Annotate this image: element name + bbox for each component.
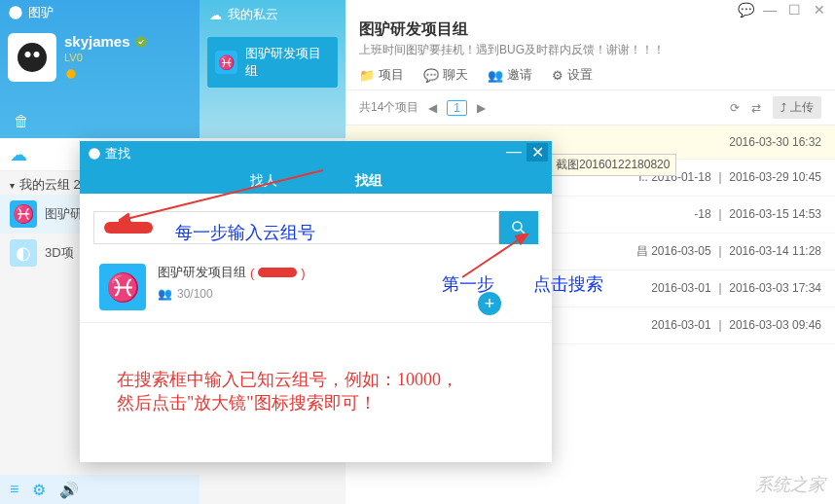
watermark: 系统之家 xyxy=(755,473,825,496)
pager-prev[interactable]: ◀ xyxy=(428,101,437,115)
trash-icon[interactable]: 🗑 xyxy=(14,113,29,130)
dialog-minimize[interactable]: — xyxy=(503,143,525,162)
page-subtitle: 上班时间图驴要挂机！遇到BUG及时群内反馈！谢谢！！！ xyxy=(345,40,835,60)
tab-project[interactable]: 📁 项目 xyxy=(359,66,404,84)
search-icon xyxy=(510,219,527,236)
upload-button[interactable]: ⤴ 上传 xyxy=(773,96,821,119)
app-name: 图驴 xyxy=(28,4,54,21)
svg-point-7 xyxy=(513,222,522,231)
private-cloud-item[interactable]: ♓ 图驴研发项目组 xyxy=(207,37,338,88)
close-icon[interactable]: ✕ xyxy=(814,2,827,18)
chat-icon[interactable]: 💬 xyxy=(738,2,751,18)
app-logo-icon xyxy=(88,147,101,161)
svg-point-3 xyxy=(34,52,40,57)
medal-icon xyxy=(64,67,78,81)
group-icon: ◐ xyxy=(10,239,37,267)
page-title: 图驴研发项目组 xyxy=(345,19,835,40)
private-cloud-header: ☁ 我的私云 xyxy=(200,0,345,29)
svg-point-2 xyxy=(25,52,31,57)
expand-icon: ▾ xyxy=(10,180,15,191)
avatar[interactable] xyxy=(8,33,56,82)
group-icon: ♓ xyxy=(10,200,37,228)
result-name: 图驴研发项目组 () xyxy=(158,264,306,281)
window-controls: 💬 — ☐ ✕ xyxy=(345,0,835,19)
dialog-title: 查找 xyxy=(80,141,552,166)
username: skyjames xyxy=(64,33,148,50)
pager-current[interactable]: 1 xyxy=(447,100,467,116)
app-header: 图驴 xyxy=(0,0,200,25)
svg-point-4 xyxy=(135,36,147,48)
svg-line-8 xyxy=(521,230,525,234)
menu-icon[interactable]: ≡ xyxy=(10,481,18,498)
svg-point-0 xyxy=(9,6,21,18)
redacted-input xyxy=(104,222,153,234)
gear-icon[interactable]: ⚙ xyxy=(32,481,46,499)
tab-find-group[interactable]: 找组 xyxy=(355,172,382,198)
pager-next[interactable]: ▶ xyxy=(477,101,486,115)
sound-icon[interactable]: 🔊 xyxy=(59,481,79,499)
cloud-icon: ☁ xyxy=(209,8,222,22)
tab-invite[interactable]: 👥 邀请 xyxy=(488,66,532,84)
result-group-icon: ♓ xyxy=(99,264,146,310)
screenshot-tooltip: 截图20160122180820 xyxy=(549,154,676,176)
people-icon: 👥 xyxy=(158,287,172,301)
refresh-icon[interactable]: ⟳ xyxy=(730,101,740,115)
tab-find-person[interactable]: 找人 xyxy=(250,172,277,198)
result-members: 👥 30/100 xyxy=(158,287,306,301)
user-area: skyjames LV0 xyxy=(0,25,200,92)
svg-point-6 xyxy=(89,148,100,160)
sidebar-item-label: 3D项 xyxy=(45,244,74,262)
item-count: 共14个项目 xyxy=(359,99,418,116)
verified-icon xyxy=(134,35,148,49)
tab-settings[interactable]: ⚙ 设置 xyxy=(552,66,593,84)
minimize-icon[interactable]: — xyxy=(763,2,777,18)
svg-point-5 xyxy=(66,69,75,78)
search-input[interactable] xyxy=(93,211,499,244)
svg-point-1 xyxy=(18,43,47,72)
dialog-close[interactable]: ✕ xyxy=(526,143,548,162)
redacted-id xyxy=(258,268,297,277)
group-icon: ♓ xyxy=(215,51,237,74)
add-button[interactable]: + xyxy=(478,292,501,315)
bottom-bar: ≡ ⚙ 🔊 xyxy=(0,475,200,504)
maximize-icon[interactable]: ☐ xyxy=(788,2,802,18)
search-button[interactable] xyxy=(499,211,538,244)
transfer-icon[interactable]: ⇄ xyxy=(751,101,761,115)
tab-chat[interactable]: 💬 聊天 xyxy=(423,66,468,84)
user-level: LV0 xyxy=(64,52,148,63)
avatar-cow-icon xyxy=(15,40,50,75)
app-logo-icon xyxy=(8,5,23,20)
sidebar-item-label: 图驴研 xyxy=(45,205,83,223)
cloud-icon[interactable]: ☁ xyxy=(10,144,27,165)
